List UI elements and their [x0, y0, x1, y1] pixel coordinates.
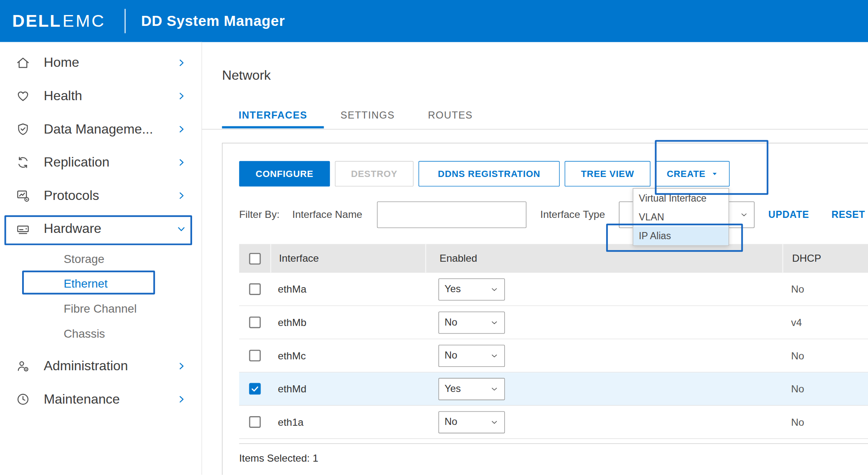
emc-logo-text: EMC [63, 11, 106, 31]
enabled-value: No [445, 316, 458, 328]
create-button[interactable]: CREATE [655, 161, 730, 187]
sidebar-item-fibre-channel[interactable]: Fibre Channel [0, 296, 202, 321]
row-checkbox[interactable] [249, 416, 261, 428]
interface-name: ethMd [270, 383, 425, 395]
column-header-dhcp: DHCP [782, 244, 868, 273]
column-header-interface: Interface [270, 244, 425, 273]
protocols-icon [15, 188, 30, 203]
enabled-value: No [445, 350, 458, 361]
table-bottom-divider [239, 443, 868, 444]
interface-name: ethMb [270, 316, 425, 328]
sidebar-item-label: Home [44, 55, 79, 70]
menu-item-virtual-interface[interactable]: Virtual Interface [633, 189, 729, 207]
table-row: ethMb No v4 [239, 306, 868, 339]
sidebar-item-label: Maintenance [44, 391, 120, 407]
interfaces-table: Interface Enabled DHCP ethMa Yes No [239, 244, 868, 439]
table-row: ethMc No No [239, 339, 868, 373]
chevron-down-icon [490, 285, 499, 293]
enabled-select[interactable]: No [438, 311, 505, 334]
enabled-select[interactable]: Yes [438, 278, 505, 300]
chevron-right-icon [177, 191, 186, 200]
chevron-right-icon [177, 157, 186, 167]
menu-item-vlan[interactable]: VLAN [633, 207, 729, 226]
tree-view-button[interactable]: TREE VIEW [564, 161, 650, 187]
chevron-right-icon [177, 91, 186, 101]
row-checkbox[interactable] [249, 383, 261, 395]
sidebar-item-label: Data Manageme... [44, 121, 153, 136]
dhcp-value: No [782, 383, 868, 395]
table-header-row: Interface Enabled DHCP [239, 244, 868, 273]
sidebar-item-maintenance[interactable]: Maintenance [0, 382, 202, 416]
column-header-enabled: Enabled [425, 244, 782, 273]
enabled-select[interactable]: No [438, 411, 505, 433]
chevron-right-icon [177, 394, 186, 404]
sidebar-item-home[interactable]: Home [0, 46, 202, 79]
interface-name: ethMc [270, 349, 425, 361]
dhcp-value: v4 [782, 316, 868, 328]
tab-bar-divider [202, 129, 868, 129]
caret-down-icon [711, 170, 719, 178]
ddns-registration-button[interactable]: DDNS REGISTRATION [418, 161, 559, 187]
table-row: ethMa Yes No [239, 273, 868, 306]
hardware-submenu: Storage Ethernet Fibre Channel Chassis [0, 245, 202, 349]
update-link[interactable]: UPDATE [768, 209, 809, 221]
home-icon [15, 55, 30, 70]
main-content: Network INTERFACES SETTINGS ROUTES CONFI… [202, 42, 868, 475]
configure-button[interactable]: CONFIGURE [239, 161, 330, 187]
chevron-right-icon [177, 58, 186, 68]
interface-name: eth1a [270, 416, 425, 428]
dell-logo-text: DELL [12, 11, 61, 31]
dhcp-value: No [782, 349, 868, 361]
chevron-right-icon [177, 124, 186, 134]
sidebar-item-protocols[interactable]: Protocols [0, 179, 202, 212]
chevron-down-icon [490, 417, 499, 426]
menu-item-ip-alias[interactable]: IP Alias [633, 226, 729, 245]
sidebar-item-replication[interactable]: Replication [0, 146, 202, 179]
dell-emc-logo: DELL EMC [12, 11, 106, 31]
tab-bar: INTERFACES SETTINGS ROUTES [238, 110, 473, 129]
heart-icon [15, 88, 30, 103]
tab-settings[interactable]: SETTINGS [340, 110, 395, 129]
row-checkbox[interactable] [249, 283, 261, 295]
interface-name: ethMa [270, 283, 425, 295]
sidebar-item-administration[interactable]: Administration [0, 349, 202, 383]
sidebar-item-ethernet[interactable]: Ethernet [0, 271, 202, 296]
sidebar-item-label: Health [44, 88, 82, 104]
interface-type-label: Interface Type [540, 209, 605, 221]
filter-row: Filter By: Interface Name Interface Type… [239, 202, 868, 228]
hardware-icon [15, 221, 30, 236]
header-divider [124, 9, 126, 33]
shield-icon [15, 121, 30, 136]
chevron-right-icon [177, 361, 186, 371]
sidebar-item-label: Administration [44, 358, 128, 374]
row-checkbox[interactable] [249, 350, 261, 361]
reset-link[interactable]: RESET [832, 209, 865, 221]
tab-interfaces[interactable]: INTERFACES [238, 110, 307, 129]
sidebar-item-chassis[interactable]: Chassis [0, 321, 202, 346]
items-selected-status: Items Selected: 1 [239, 452, 319, 464]
sidebar-item-label: Hardware [44, 221, 101, 236]
tab-routes[interactable]: ROUTES [428, 110, 473, 129]
destroy-button[interactable]: DESTROY [335, 161, 413, 187]
table-row: eth1a No No [239, 406, 868, 439]
sidebar-item-label: Protocols [44, 187, 99, 203]
sidebar-item-health[interactable]: Health [0, 79, 202, 113]
select-all-checkbox[interactable] [249, 253, 261, 264]
chevron-down-icon [739, 210, 748, 219]
admin-icon [15, 359, 30, 374]
clock-icon [15, 392, 30, 407]
interface-name-input[interactable] [377, 202, 526, 228]
table-row: ethMd Yes No [239, 372, 868, 406]
page-title: Network [222, 68, 271, 83]
sidebar-item-storage[interactable]: Storage [0, 246, 202, 271]
enabled-value: No [445, 416, 458, 428]
sidebar-item-hardware[interactable]: Hardware [0, 212, 202, 245]
row-checkbox[interactable] [249, 316, 261, 328]
enabled-select[interactable]: Yes [438, 378, 505, 400]
chevron-down-icon [490, 351, 499, 360]
enabled-value: Yes [445, 283, 461, 295]
sync-icon [15, 155, 30, 170]
dhcp-value: No [782, 283, 868, 295]
enabled-select[interactable]: No [438, 344, 505, 366]
sidebar-item-data-management[interactable]: Data Manageme... [0, 112, 202, 146]
